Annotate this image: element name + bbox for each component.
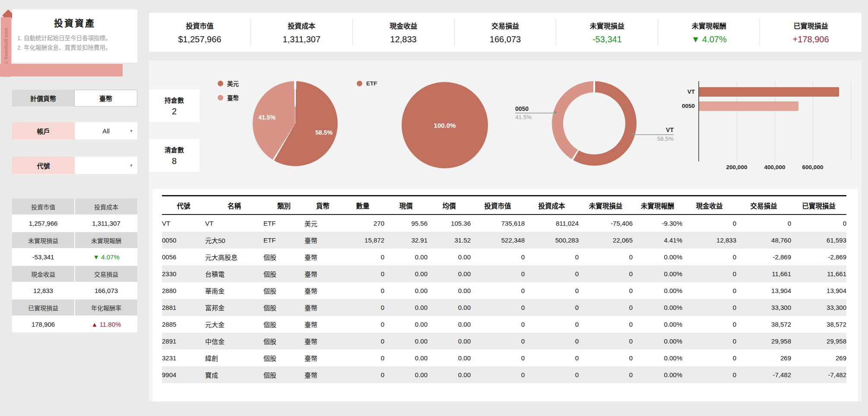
table-cell: 0.00%	[633, 350, 682, 366]
table-cell: 0	[471, 249, 525, 265]
table-cell: 個股	[263, 299, 304, 316]
table-cell: 33,300	[791, 299, 846, 316]
page-title: 投資資產	[12, 16, 137, 29]
table-cell: 22,065	[579, 232, 633, 249]
stat-value: 1,311,307	[75, 215, 137, 231]
table-row: 0056元大高股息個股臺幣00.000.000000.00%0-2,869-2,…	[162, 249, 846, 265]
charts-and-table-panel: 持倉數 2 清倉數 8 美元臺幣 58.5% 41.5% ETF 100.0% …	[149, 60, 862, 401]
table-cell: 13,904	[736, 282, 791, 299]
stat-value: 1,257,966	[12, 215, 74, 231]
table-cell: 臺幣	[304, 316, 341, 333]
kpi-label: 未實現損益	[556, 20, 658, 31]
table-cell: 2880	[162, 282, 205, 299]
table-cell: VT	[162, 214, 205, 232]
table-cell: 臺幣	[304, 350, 341, 366]
table-cell: 735,618	[471, 214, 525, 232]
table-cell: 0.00	[428, 333, 471, 350]
donut-hole	[563, 92, 625, 154]
table-cell: 31.52	[428, 232, 471, 249]
account-field-label: 帳戶	[12, 122, 75, 139]
table-cell: 富邦金	[205, 299, 263, 316]
chevron-down-icon[interactable]: ▼	[129, 129, 133, 133]
bar-chart-tick-label: 400,000	[764, 164, 786, 170]
table-row: 3231緯創個股臺幣00.000.000000.00%0269269	[162, 350, 846, 366]
table-cell: 0.00	[384, 333, 428, 350]
table-cell: -9.30%	[633, 214, 682, 232]
table-cell: 61,593	[791, 232, 846, 249]
table-row: 2891中信金個股臺幣00.000.000000.00%029,95829,95…	[162, 333, 846, 350]
legend-label: ETF	[366, 80, 377, 87]
sidebar-stats: 投資市值投資成本1,257,9661,311,307未實現損益未實現報酬-53,…	[12, 199, 137, 332]
kpi-item: 未實現報酬▼ 4.07%	[658, 19, 760, 46]
counter-value: 2	[172, 107, 177, 117]
table-cell: 0	[579, 316, 633, 333]
table-cell: 0	[579, 249, 633, 265]
table-cell: 522,348	[471, 232, 525, 249]
donut-callout-percent: 58.5%	[646, 136, 674, 142]
column-header: 投資成本	[525, 196, 579, 215]
symbol-field: 代號 ▼	[12, 157, 137, 174]
chevron-down-icon[interactable]: ▼	[129, 163, 133, 168]
table-cell: 0.00	[384, 299, 428, 316]
column-header: 交易損益	[736, 196, 791, 215]
table-cell: 0	[682, 299, 736, 316]
donut-callout-dot	[554, 111, 557, 113]
table-cell: 個股	[263, 366, 304, 383]
table-cell: -2,869	[791, 249, 846, 265]
table-row: 0050元大50ETF臺幣15,87232.9131.52522,348500,…	[162, 232, 846, 249]
table-cell: 0	[682, 214, 736, 232]
notes: 1. 自動統計起始日至今日各項指標。 2. 年化報酬含息、買賣並扣除費用。	[17, 34, 137, 53]
donut-callout-line	[515, 113, 557, 113]
table-cell: 0	[341, 366, 384, 383]
note-line-1: 1. 自動統計起始日至今日各項指標。	[17, 34, 137, 43]
kpi-value: 1,311,307	[251, 35, 352, 44]
category-pie-chart: 100.0%	[402, 82, 488, 168]
table-cell: 美元	[304, 214, 341, 232]
table-cell: VT	[205, 214, 263, 232]
holdings-table: 代號名稱類別貨幣數量現價均價投資市值投資成本未實現損益未實現報酬現金收益交易損益…	[162, 195, 846, 383]
table-cell: ETF	[263, 232, 304, 249]
table-cell: 29,958	[736, 333, 791, 350]
table-cell: 500,283	[525, 232, 579, 249]
table-cell: 元大50	[205, 232, 263, 249]
table-cell: 0.00	[428, 265, 471, 282]
kpi-value: 12,833	[353, 35, 454, 44]
stat-value: 178,906	[12, 316, 74, 332]
stat-value: 166,073	[75, 283, 137, 299]
table-cell: 270	[341, 214, 384, 232]
donut-callout-label: VT	[646, 126, 674, 133]
kpi-value: -53,341	[556, 35, 658, 44]
table-cell: 2891	[162, 333, 205, 350]
table-row: VTVTETF美元27095.56105.36735,618811,024-75…	[162, 214, 846, 232]
bar-chart-category-label: 0050	[675, 103, 695, 109]
pie-slice-label: 41.5%	[258, 114, 276, 121]
column-header: 已實現損益	[791, 196, 846, 215]
table-cell: 0.00	[428, 350, 471, 366]
table-cell: 0	[525, 316, 579, 333]
open-positions-counter: 持倉數 2	[149, 89, 200, 122]
table-cell: 811,024	[525, 214, 579, 232]
pie-slice-label: 58.5%	[315, 129, 333, 136]
column-header: 未實現報酬	[633, 196, 682, 215]
legend-label: 臺幣	[227, 93, 239, 102]
kpi-label: 已實現損益	[760, 20, 862, 31]
table-cell: 臺幣	[304, 232, 341, 249]
legend-dot-icon	[218, 95, 223, 101]
table-cell: 29,958	[791, 333, 846, 350]
donut-callout-label: 0050	[515, 105, 529, 112]
column-header: 數量	[341, 196, 384, 215]
table-cell: 個股	[263, 249, 304, 265]
table-cell: 0	[791, 214, 846, 232]
table-cell: 0	[525, 350, 579, 366]
table-row: 2880華南金個股臺幣00.000.000000.00%013,90413,90…	[162, 282, 846, 299]
table-cell: 0	[682, 316, 736, 333]
table-cell: 臺幣	[304, 249, 341, 265]
legend-dot-icon	[357, 81, 362, 86]
symbol-dropdown[interactable]: ▼	[75, 157, 137, 174]
currency-toggle-value[interactable]: 臺幣	[74, 90, 137, 107]
table-cell: 269	[791, 350, 846, 366]
note-line-2: 2. 年化報酬含息、買賣並扣除費用。	[17, 43, 137, 53]
table-cell: 0	[682, 282, 736, 299]
account-dropdown[interactable]: All ▼	[75, 122, 137, 139]
table-cell: 個股	[263, 265, 304, 282]
